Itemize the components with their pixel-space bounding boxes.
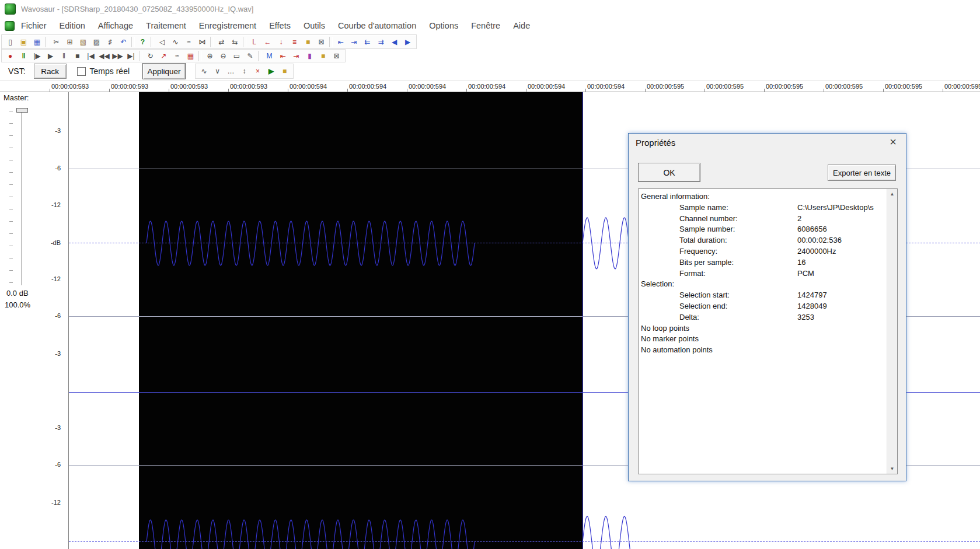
pencil-icon[interactable]: ✎	[243, 51, 257, 61]
ruler-timestamp[interactable]: 00:00:00:594	[528, 81, 587, 92]
statistics-icon[interactable]: ↗	[157, 51, 170, 61]
rewind-icon[interactable]: ◀◀	[97, 51, 111, 61]
remove-vst-icon[interactable]: ×	[251, 66, 264, 76]
marker-drop-icon[interactable]: ↓	[274, 37, 288, 47]
menu-item-outils[interactable]: Outils	[297, 21, 332, 30]
record-icon[interactable]: ●	[4, 51, 17, 61]
menu-item-fichier[interactable]: Fichier	[15, 21, 53, 30]
delete-markers-icon[interactable]: ⊠	[315, 37, 328, 47]
sonogram-icon[interactable]: ▦	[184, 51, 197, 61]
export-text-button[interactable]: Exporter en texte	[828, 165, 896, 181]
delete-icon[interactable]: ⊠	[330, 51, 343, 61]
zoom-selection-icon[interactable]: ▭	[230, 51, 243, 61]
cut-icon[interactable]: ✂	[50, 37, 63, 47]
undo-icon[interactable]: ↶	[117, 37, 130, 47]
marker-list-icon[interactable]: ≡	[288, 37, 301, 47]
open-file-icon[interactable]: ▣	[17, 37, 30, 47]
crossfade-icon[interactable]: ♯	[103, 37, 117, 47]
play-from-start-icon[interactable]: |▶	[30, 51, 44, 61]
ruler-timestamp[interactable]: 00:00:00:595	[706, 81, 766, 92]
selection-extend-right-icon[interactable]: ⇉	[374, 37, 388, 47]
scrollbar-up-icon[interactable]: ▲	[887, 189, 897, 199]
channel-display-icon[interactable]: ▮	[303, 51, 316, 61]
ruler-timestamp[interactable]: 00:00:00:593	[111, 81, 170, 92]
master-slider-handle[interactable]	[16, 108, 28, 113]
apply-button[interactable]: Appliquer	[142, 63, 186, 79]
copy-icon[interactable]: ⊞	[63, 37, 76, 47]
ruler-timestamp[interactable]: 00:00:00:594	[587, 81, 647, 92]
ruler-timestamp[interactable]: 00:00:00:594	[468, 81, 528, 92]
master-slider-track[interactable]	[22, 109, 22, 285]
timeline-ruler[interactable]: 00:00:00:593 00:00:00:593 00:00:00:593 0…	[0, 80, 980, 92]
selection-to-start-icon[interactable]: ⇤	[334, 37, 347, 47]
zoom-wave-vertical-icon[interactable]: ⇆	[228, 37, 242, 47]
spectrum-icon[interactable]: ≈	[170, 51, 184, 61]
ruler-timestamp[interactable]: 00:00:00:594	[290, 81, 349, 92]
save-icon[interactable]: ▦	[30, 37, 44, 47]
ok-button[interactable]: OK	[638, 163, 700, 182]
paste-mix-icon[interactable]: ▨	[90, 37, 103, 47]
selection-extend-left-icon[interactable]: ⇇	[361, 37, 374, 47]
paste-icon[interactable]: ▧	[76, 37, 90, 47]
lock-transport-icon[interactable]: ■	[316, 51, 330, 61]
menu-item-fenetre[interactable]: Fenêtre	[465, 21, 507, 30]
marker-nudge-right-icon[interactable]: ⇥	[290, 51, 303, 61]
go-to-start-icon[interactable]: |◀	[84, 51, 97, 61]
loop-points-icon[interactable]: L	[247, 37, 261, 47]
menu-item-enregistrement[interactable]: Enregistrement	[193, 21, 263, 30]
marker-previous-icon[interactable]: ←	[261, 37, 274, 47]
chevron-down-icon[interactable]: ∨	[211, 66, 224, 76]
loop-playback-icon[interactable]: ↻	[144, 51, 157, 61]
document-icon[interactable]	[5, 21, 15, 31]
smooth-icon[interactable]: ∿	[169, 37, 182, 47]
scrollbar-down-icon[interactable]: ▼	[887, 464, 897, 474]
vst-lock-icon[interactable]: ■	[278, 66, 291, 76]
menu-item-options[interactable]: Options	[423, 21, 465, 30]
ruler-timestamp[interactable]: 00:00:00:593	[230, 81, 290, 92]
realtime-checkbox[interactable]	[77, 67, 86, 76]
pause-icon[interactable]: ‖	[57, 51, 71, 61]
ruler-timestamp[interactable]: 00:00:00:593	[170, 81, 230, 92]
vst-play-icon[interactable]: ▶	[264, 66, 278, 76]
menu-item-courbe-automation[interactable]: Courbe d'automation	[332, 21, 423, 30]
fast-forward-icon[interactable]: ▶▶	[111, 51, 124, 61]
volume-icon[interactable]: ◁	[155, 37, 169, 47]
menu-item-effets[interactable]: Effets	[263, 21, 297, 30]
play-icon[interactable]: ▶	[44, 51, 57, 61]
marker-nudge-left-icon[interactable]: ⇤	[276, 51, 290, 61]
resize-icon[interactable]: ↕	[238, 66, 251, 76]
ruler-timestamp[interactable]: 00:00:00:595	[647, 81, 706, 92]
zoom-out-icon[interactable]: ⊖	[217, 51, 230, 61]
stop-icon[interactable]: ■	[71, 51, 84, 61]
close-icon[interactable]: ×	[885, 135, 901, 149]
help-icon[interactable]: ?	[136, 37, 149, 47]
zoom-wave-horizontal-icon[interactable]: ⇄	[215, 37, 228, 47]
go-to-end-icon[interactable]: ▶|	[124, 51, 138, 61]
menu-item-aide[interactable]: Aide	[507, 21, 536, 30]
dialog-scrollbar[interactable]: ▲ ▼	[887, 189, 897, 474]
menu-item-traitement[interactable]: Traitement	[139, 21, 193, 30]
monitor-input-icon[interactable]: ‖	[17, 51, 30, 61]
ruler-timestamp[interactable]: 00:00:00:595	[766, 81, 825, 92]
ruler-timestamp[interactable]: 00:00:00:594	[409, 81, 468, 92]
property-value: 2	[797, 214, 801, 225]
ruler-timestamp[interactable]: 00:00:00:595	[885, 81, 944, 92]
zoom-in-icon[interactable]: ⊕	[203, 51, 217, 61]
resample-icon[interactable]: ≈	[182, 37, 196, 47]
selection-to-end-icon[interactable]: ⇥	[347, 37, 361, 47]
new-file-icon[interactable]: ▯	[4, 37, 17, 47]
ruler-timestamp[interactable]: 00:00:00:593	[51, 81, 111, 92]
rack-button[interactable]: Rack	[34, 64, 67, 79]
link-icon[interactable]: ⋈	[196, 37, 209, 47]
ruler-timestamp[interactable]: 00:00:00:595	[825, 81, 885, 92]
lock-markers-icon[interactable]: ■	[301, 37, 315, 47]
menu-item-edition[interactable]: Edition	[53, 21, 92, 30]
view-next-icon[interactable]: ▶	[401, 37, 414, 47]
ruler-timestamp[interactable]: 00:00:00:595	[944, 81, 980, 92]
automation-shape-icon[interactable]: ∿	[197, 66, 211, 76]
ruler-timestamp[interactable]: 00:00:00:594	[349, 81, 409, 92]
more-options-icon[interactable]: …	[224, 66, 238, 76]
menu-item-affichage[interactable]: Affichage	[92, 21, 139, 30]
view-previous-icon[interactable]: ◀	[388, 37, 401, 47]
marker-m-icon[interactable]: M	[263, 51, 276, 61]
